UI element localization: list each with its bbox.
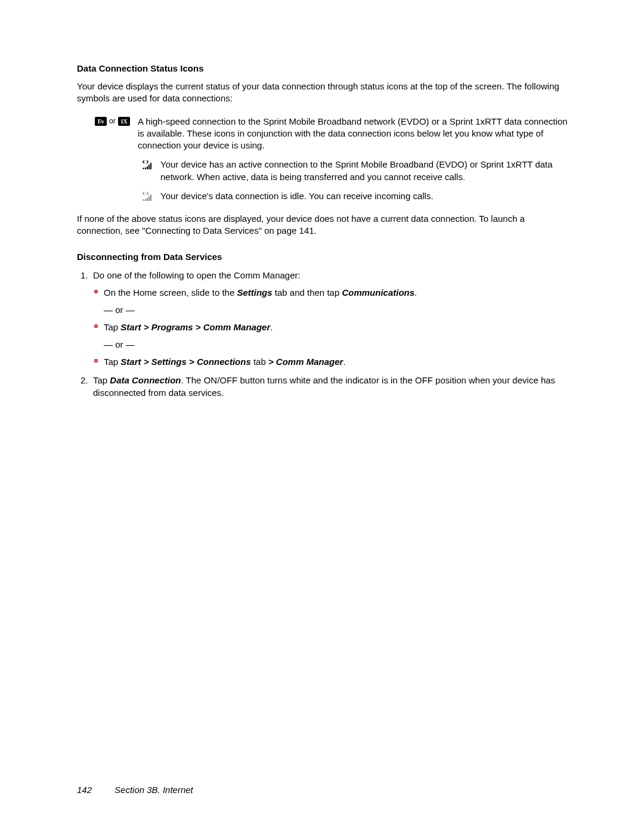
- text: .: [343, 357, 345, 367]
- text: Tap: [93, 375, 110, 385]
- after-table-paragraph: If none of the above status icons are di…: [77, 213, 572, 237]
- icon-cell-network-badges: Ev or 1X: [95, 116, 138, 126]
- icon-row-active-desc: Your device has an active connection to …: [160, 159, 572, 183]
- page-number: 142: [77, 785, 92, 795]
- step-1-bullet-2: Tap Start > Programs > Comm Manager.: [93, 321, 572, 333]
- text: tab and then tap: [273, 287, 342, 298]
- path-emphasis-1: Start > Settings > Connections: [120, 357, 250, 367]
- ev-badge-icon: Ev: [95, 117, 107, 126]
- svg-rect-0: [145, 168, 146, 169]
- or-separator-1: — or —: [104, 304, 572, 316]
- svg-rect-3: [150, 163, 151, 169]
- svg-rect-8: [150, 194, 151, 201]
- svg-point-9: [143, 199, 144, 201]
- signal-active-icon: [143, 160, 156, 171]
- signal-idle-icon: [143, 191, 156, 202]
- text: tab: [251, 357, 268, 367]
- onex-badge-icon: 1X: [118, 117, 130, 126]
- heading-data-connection-status-icons: Data Connection Status Icons: [77, 63, 572, 73]
- settings-emphasis: Settings: [237, 287, 272, 298]
- or-separator-2: — or —: [104, 338, 572, 351]
- text: Tap: [104, 357, 120, 367]
- badge-or-text: or: [109, 117, 116, 125]
- svg-rect-7: [148, 196, 150, 201]
- steps-list: Do one of the following to open the Comm…: [77, 269, 572, 399]
- text: Tap: [104, 322, 120, 332]
- path-emphasis: Start > Programs > Comm Manager: [120, 322, 270, 332]
- icon-cell-idle-signal: [138, 190, 160, 202]
- step-1: Do one of the following to open the Comm…: [77, 269, 572, 368]
- icon-row-network-type: Ev or 1X A high-speed connection to the …: [95, 116, 572, 203]
- heading-disconnecting: Disconnecting from Data Services: [77, 252, 572, 262]
- text: .: [270, 322, 273, 332]
- communications-emphasis: Communications: [342, 287, 414, 298]
- svg-rect-2: [148, 165, 150, 169]
- step-1-lead: Do one of the following to open the Comm…: [93, 270, 301, 280]
- path-emphasis-2: > Comm Manager: [268, 357, 343, 367]
- svg-rect-1: [147, 166, 148, 169]
- step-1-bullet-1: On the Home screen, slide to the Setting…: [93, 286, 572, 299]
- page-footer: 142Section 3B. Internet: [77, 785, 193, 795]
- intro-paragraph: Your device displays the current status …: [77, 80, 572, 105]
- text: .: [414, 287, 417, 298]
- icon-table: Ev or 1X A high-speed connection to the …: [95, 116, 572, 203]
- text: On the Home screen, slide to the: [104, 287, 237, 298]
- icon-cell-active-signal: [138, 159, 160, 171]
- svg-rect-6: [147, 198, 148, 201]
- step-1-bullet-3: Tap Start > Settings > Connections tab >…: [93, 355, 572, 368]
- data-connection-emphasis: Data Connection: [110, 375, 181, 385]
- svg-point-4: [143, 168, 144, 169]
- step-2: Tap Data Connection. The ON/OFF button t…: [77, 374, 572, 399]
- svg-rect-5: [145, 199, 146, 201]
- icon-row-idle-desc: Your device's data connection is idle. Y…: [160, 190, 434, 202]
- section-label: Section 3B. Internet: [114, 785, 193, 795]
- icon-row-network-desc: A high-speed connection to the Sprint Mo…: [138, 116, 572, 152]
